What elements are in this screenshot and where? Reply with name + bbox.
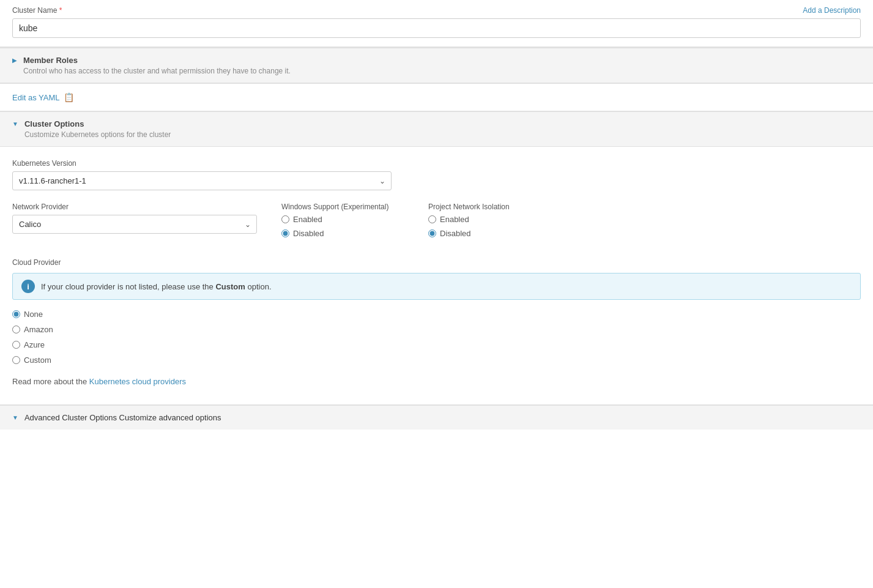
cloud-custom-option[interactable]: Custom	[12, 355, 861, 365]
isolation-disabled-label: Disabled	[440, 229, 471, 238]
cluster-name-label: Cluster Name *	[12, 6, 62, 15]
member-roles-title: Member Roles	[23, 56, 291, 65]
cloud-provider-info-banner: i If your cloud provider is not listed, …	[12, 273, 861, 300]
cloud-amazon-option[interactable]: Amazon	[12, 325, 861, 334]
cloud-provider-label: Cloud Provider	[12, 258, 861, 267]
cloud-none-label: None	[24, 310, 43, 319]
windows-enabled-label: Enabled	[293, 215, 322, 224]
three-col-row: Network Provider Calico Canal Flannel We…	[12, 203, 861, 246]
info-banner-text-part1: If your cloud provider is not listed, pl…	[41, 282, 214, 291]
cloud-amazon-label: Amazon	[24, 325, 53, 334]
advanced-options-info: Advanced Cluster Options Customize advan…	[24, 413, 221, 422]
project-network-isolation-radio-group: Enabled Disabled	[428, 215, 551, 238]
cloud-none-option[interactable]: None	[12, 310, 861, 319]
info-icon: i	[21, 280, 35, 293]
cluster-options-title: Cluster Options	[24, 119, 171, 128]
windows-support-label: Windows Support (Experimental)	[281, 203, 404, 211]
add-description-link[interactable]: Add a Description	[803, 6, 861, 15]
project-network-isolation-group: Project Network Isolation Enabled Disabl…	[428, 203, 551, 238]
network-provider-group: Network Provider Calico Canal Flannel We…	[12, 203, 257, 234]
cloud-provider-section: Cloud Provider i If your cloud provider …	[12, 258, 861, 386]
network-provider-select[interactable]: Calico Canal Flannel Weave	[12, 215, 257, 234]
cluster-options-info: Cluster Options Customize Kubernetes opt…	[24, 119, 171, 139]
windows-support-group: Windows Support (Experimental) Enabled D…	[281, 203, 404, 238]
isolation-enabled-option[interactable]: Enabled	[428, 215, 551, 224]
windows-enabled-option[interactable]: Enabled	[281, 215, 404, 224]
read-more-row: Read more about the Kubernetes cloud pro…	[12, 377, 861, 386]
page-container: Cluster Name * Add a Description ▶ Membe…	[0, 0, 873, 588]
kubernetes-version-group: Kubernetes Version v1.11.6-rancher1-1 v1…	[12, 159, 861, 190]
isolation-enabled-label: Enabled	[440, 215, 469, 224]
read-more-text: Read more about the	[12, 377, 87, 386]
member-roles-section: ▶ Member Roles Control who has access to…	[0, 47, 873, 84]
kubernetes-version-select-wrapper: v1.11.6-rancher1-1 v1.11.5-rancher1-1 v1…	[12, 171, 392, 190]
network-provider-select-wrapper: Calico Canal Flannel Weave ⌄	[12, 215, 257, 234]
windows-disabled-label: Disabled	[293, 229, 324, 238]
cloud-azure-label: Azure	[24, 340, 45, 349]
project-network-isolation-label: Project Network Isolation	[428, 203, 551, 211]
clipboard-icon[interactable]: 📋	[64, 92, 74, 102]
isolation-enabled-radio[interactable]	[428, 215, 436, 223]
network-provider-label: Network Provider	[12, 203, 257, 211]
cluster-name-input[interactable]	[12, 18, 861, 38]
cloud-none-radio[interactable]	[12, 310, 20, 318]
cloud-custom-label: Custom	[24, 355, 51, 365]
edit-yaml-row: Edit as YAML 📋	[0, 84, 873, 111]
kubernetes-cloud-providers-link[interactable]: Kubernetes cloud providers	[89, 377, 186, 386]
windows-disabled-option[interactable]: Disabled	[281, 229, 404, 238]
info-banner-text: If your cloud provider is not listed, pl…	[41, 282, 272, 291]
cluster-name-section: Cluster Name * Add a Description	[0, 0, 873, 47]
kubernetes-version-select[interactable]: v1.11.6-rancher1-1 v1.11.5-rancher1-1 v1…	[12, 171, 392, 190]
info-banner-bold: Custom	[215, 282, 245, 291]
windows-disabled-radio[interactable]	[281, 229, 289, 237]
isolation-disabled-option[interactable]: Disabled	[428, 229, 551, 238]
member-roles-subtitle: Control who has access to the cluster an…	[23, 67, 291, 75]
edit-yaml-link[interactable]: Edit as YAML	[12, 93, 60, 102]
advanced-options-toggle-icon: ▼	[12, 414, 18, 421]
cluster-name-label-text: Cluster Name	[12, 6, 57, 15]
member-roles-info: Member Roles Control who has access to t…	[23, 56, 291, 75]
required-star: *	[59, 6, 62, 15]
windows-enabled-radio[interactable]	[281, 215, 289, 223]
cloud-custom-radio[interactable]	[12, 356, 20, 364]
cluster-options-toggle-icon: ▼	[12, 121, 18, 127]
cloud-provider-radio-group: None Amazon Azure Custom	[12, 310, 861, 365]
cluster-name-header: Cluster Name * Add a Description	[12, 6, 861, 15]
cloud-azure-option[interactable]: Azure	[12, 340, 861, 349]
cluster-options-collapsible[interactable]: ▼ Cluster Options Customize Kubernetes o…	[0, 111, 873, 147]
windows-support-radio-group: Enabled Disabled	[281, 215, 404, 238]
cloud-azure-radio[interactable]	[12, 341, 20, 349]
advanced-options-subtitle: Customize advanced options	[119, 413, 221, 422]
info-banner-text-part2: option.	[247, 282, 271, 291]
member-roles-toggle-icon: ▶	[12, 57, 17, 64]
isolation-disabled-radio[interactable]	[428, 229, 436, 237]
member-roles-collapsible[interactable]: ▶ Member Roles Control who has access to…	[0, 48, 873, 83]
kubernetes-version-label: Kubernetes Version	[12, 159, 861, 168]
cluster-options-content: Kubernetes Version v1.11.6-rancher1-1 v1…	[0, 147, 873, 405]
cloud-amazon-radio[interactable]	[12, 326, 20, 333]
cluster-options-subtitle: Customize Kubernetes options for the clu…	[24, 130, 171, 139]
advanced-cluster-options-collapsible[interactable]: ▼ Advanced Cluster Options Customize adv…	[0, 405, 873, 430]
advanced-options-title: Advanced Cluster Options	[24, 413, 117, 422]
